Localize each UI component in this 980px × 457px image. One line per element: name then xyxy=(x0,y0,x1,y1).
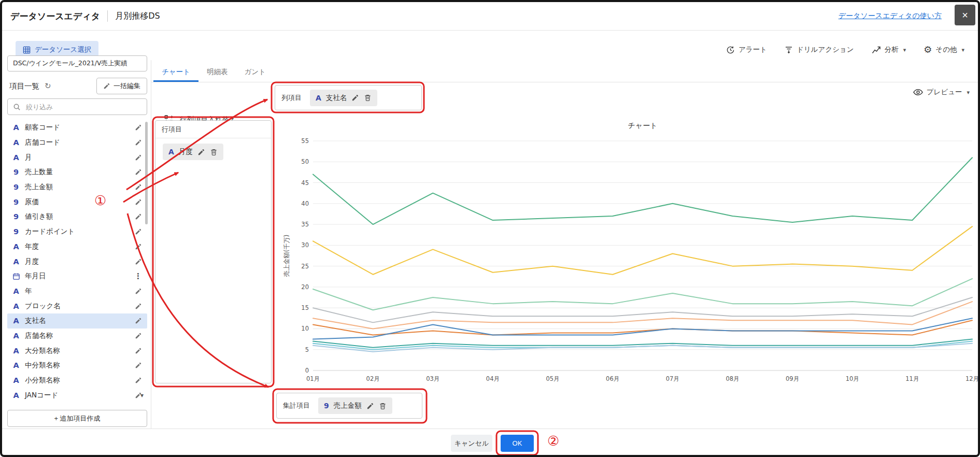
text-field-icon: A xyxy=(10,332,22,340)
y-tick-label: 35 xyxy=(301,221,309,228)
field-row-9[interactable]: A月度 xyxy=(7,254,147,269)
edit-pencil-icon[interactable] xyxy=(135,317,142,324)
edit-pencil-icon[interactable] xyxy=(135,377,142,384)
text-field-icon: A xyxy=(10,138,22,147)
annotation-step-2: ② xyxy=(547,434,559,448)
column-chip-label: 支社名 xyxy=(326,93,347,103)
edit-pencil-icon[interactable] xyxy=(135,362,142,369)
preview-dropdown[interactable]: プレビュー ▾ xyxy=(913,86,970,98)
edit-pencil-icon[interactable] xyxy=(135,124,142,131)
text-field-icon: A xyxy=(10,391,22,399)
y-tick-label: 5 xyxy=(305,346,309,353)
measure-items-section: 集計項目 9 売上金額 xyxy=(276,393,422,419)
edit-pencil-icon[interactable] xyxy=(197,148,205,156)
more-options-icon[interactable]: ⋮ xyxy=(134,272,142,281)
field-row-4[interactable]: 9売上金額 xyxy=(7,180,147,195)
field-row-17[interactable]: A小分類名称 xyxy=(7,373,147,388)
text-field-icon: A xyxy=(10,347,22,355)
others-button[interactable]: ⚙ その他 ▾ xyxy=(924,45,964,54)
field-row-1[interactable]: A店舗コード xyxy=(7,135,147,150)
toolbar: データソース選択 アラート ドリルアクション 分析 ▾ xyxy=(16,39,964,60)
drill-icon xyxy=(785,46,793,54)
close-button[interactable]: × xyxy=(955,5,975,25)
chart-series-line xyxy=(313,297,972,322)
add-field-button[interactable]: + 追加項目作成 xyxy=(7,410,147,427)
tab-chart[interactable]: チャート xyxy=(153,62,198,82)
y-tick-label: 10 xyxy=(301,325,309,332)
alert-icon xyxy=(726,46,735,54)
chart-series-line xyxy=(313,279,972,310)
analysis-label: 分析 xyxy=(885,45,899,54)
search-input[interactable] xyxy=(25,103,141,111)
edit-pencil-icon[interactable] xyxy=(351,94,359,102)
table-grid-icon xyxy=(23,46,31,54)
field-row-5[interactable]: 9原価 xyxy=(7,194,147,209)
y-tick-label: 0 xyxy=(305,367,309,374)
edit-pencil-icon[interactable] xyxy=(135,303,142,310)
measure-item-chip[interactable]: 9 売上金額 xyxy=(318,397,392,414)
text-field-icon: A xyxy=(10,376,22,384)
y-tick-label: 55 xyxy=(301,137,309,145)
field-row-0[interactable]: A顧客コード xyxy=(7,120,147,135)
help-link[interactable]: データソースエディタの使い方 xyxy=(839,11,942,21)
chart-ylabel: 売上金額(千万) xyxy=(283,235,290,277)
edit-pencil-icon[interactable] xyxy=(135,258,142,265)
preview-label: プレビュー xyxy=(927,88,962,97)
field-label: 年 xyxy=(25,287,32,296)
edit-pencil-icon[interactable] xyxy=(135,168,142,176)
text-field-icon: A xyxy=(10,361,22,369)
x-tick-label: 01月 xyxy=(306,375,320,382)
edit-pencil-icon[interactable] xyxy=(135,198,142,206)
field-row-11[interactable]: A年 xyxy=(7,284,147,299)
edit-pencil-icon[interactable] xyxy=(135,288,142,295)
number-field-icon: 9 xyxy=(10,227,22,236)
bulk-edit-button[interactable]: 一括編集 xyxy=(96,78,147,94)
field-row-2[interactable]: A月 xyxy=(7,150,147,165)
field-label: 小分類名称 xyxy=(25,376,60,385)
field-row-8[interactable]: A年度 xyxy=(7,239,147,254)
scroll-down-icon[interactable]: ▾ xyxy=(140,392,144,399)
edit-pencil-icon[interactable] xyxy=(135,228,142,235)
field-row-6[interactable]: 9値引き額 xyxy=(7,209,147,224)
field-row-16[interactable]: A中分類名称 xyxy=(7,358,147,373)
column-item-chip[interactable]: A 支社名 xyxy=(310,90,377,106)
datasource-path-input[interactable] xyxy=(7,55,147,72)
y-tick-label: 20 xyxy=(301,283,309,291)
field-row-10[interactable]: 年月日⋮ xyxy=(7,269,147,284)
edit-pencil-icon[interactable] xyxy=(135,243,142,250)
edit-pencil-icon[interactable] xyxy=(135,347,142,354)
edit-pencil-icon[interactable] xyxy=(135,154,142,161)
tab-gantt[interactable]: ガント xyxy=(236,62,274,82)
alert-button[interactable]: アラート xyxy=(726,45,767,54)
field-row-14[interactable]: A店舗名称 xyxy=(7,329,147,344)
edit-pencil-icon[interactable] xyxy=(366,402,374,410)
scrollbar-thumb[interactable] xyxy=(145,122,148,224)
row-item-chip[interactable]: A 月度 xyxy=(163,144,223,160)
field-row-12[interactable]: Aブロック名 xyxy=(7,298,147,313)
analysis-button[interactable]: 分析 ▾ xyxy=(872,45,906,54)
tab-detail-table[interactable]: 明細表 xyxy=(198,62,236,82)
cancel-button[interactable]: キャンセル xyxy=(451,435,492,452)
delete-trash-icon[interactable] xyxy=(364,94,372,102)
field-row-18[interactable]: AJANコード xyxy=(7,388,147,403)
tabbar-divider xyxy=(151,82,978,82)
field-row-15[interactable]: A大分類名称 xyxy=(7,343,147,358)
field-row-13[interactable]: A支社名 xyxy=(7,313,147,329)
edit-pencil-icon[interactable] xyxy=(135,213,142,220)
edit-pencil-icon[interactable] xyxy=(135,183,142,191)
gear-icon: ⚙ xyxy=(924,45,932,54)
chevron-down-icon: ▾ xyxy=(961,47,964,53)
refresh-icon[interactable]: ↻ xyxy=(45,81,51,91)
delete-trash-icon[interactable] xyxy=(379,402,387,410)
field-row-3[interactable]: 9売上数量 xyxy=(7,165,147,180)
ok-button[interactable]: OK xyxy=(501,435,534,452)
delete-trash-icon[interactable] xyxy=(210,148,218,156)
drill-action-button[interactable]: ドリルアクション xyxy=(785,45,854,54)
edit-pencil-icon[interactable] xyxy=(135,332,142,339)
close-icon: × xyxy=(962,10,968,20)
footer-divider xyxy=(2,429,978,429)
field-label: 月度 xyxy=(25,257,39,266)
field-row-7[interactable]: 9カードポイント xyxy=(7,224,147,239)
edit-pencil-icon[interactable] xyxy=(135,139,142,146)
field-label: 年月日 xyxy=(25,272,46,281)
